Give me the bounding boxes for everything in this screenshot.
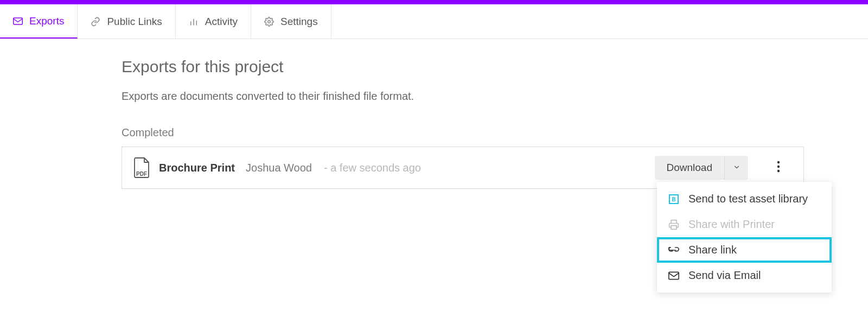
bars-icon (189, 17, 199, 27)
link-icon (91, 17, 100, 27)
svg-text:PDF: PDF (136, 171, 147, 177)
download-caret-button[interactable] (724, 156, 748, 180)
tab-exports[interactable]: Exports (0, 4, 78, 39)
export-file-name: Brochure Print (159, 162, 235, 174)
tab-label: Public Links (107, 16, 162, 28)
svg-point-7 (777, 166, 780, 168)
mail-icon (13, 17, 23, 25)
tab-settings[interactable]: Settings (251, 4, 331, 39)
svg-point-8 (777, 170, 780, 172)
printer-icon (668, 219, 680, 231)
svg-point-6 (777, 161, 780, 163)
svg-rect-11 (671, 225, 676, 229)
main-content: Exports for this project Exports are doc… (0, 39, 868, 189)
mail-icon (668, 270, 680, 282)
menu-send-via-email[interactable]: Send via Email (657, 263, 832, 288)
actions-dropdown: B Send to test asset library Share with … (657, 182, 832, 293)
link2-icon (668, 244, 680, 256)
tab-public-links[interactable]: Public Links (78, 4, 175, 39)
tab-activity[interactable]: Activity (176, 4, 251, 39)
page-subtitle: Exports are documents converted to their… (122, 90, 868, 103)
svg-text:B: B (672, 196, 676, 202)
export-row: PDF Brochure Print Joshua Wood - a few s… (122, 147, 804, 189)
menu-share-with-printer[interactable]: Share with Printer (657, 212, 832, 237)
download-button-group: Download (655, 156, 749, 180)
menu-item-label: Share link (688, 244, 737, 256)
menu-item-label: Send to test asset library (688, 193, 808, 205)
page-title: Exports for this project (122, 58, 868, 76)
svg-rect-12 (669, 272, 679, 279)
tabs-bar: Exports Public Links Activity Settings (0, 4, 868, 39)
kebab-icon (777, 161, 780, 175)
tab-label: Exports (29, 15, 64, 27)
menu-item-label: Send via Email (688, 269, 761, 282)
tab-label: Activity (205, 16, 238, 28)
gear-icon (264, 17, 274, 27)
chevron-down-icon (733, 163, 741, 173)
brand-top-bar (0, 0, 868, 4)
svg-rect-0 (14, 18, 23, 24)
menu-send-to-asset-library[interactable]: B Send to test asset library (657, 186, 832, 212)
download-button[interactable]: Download (655, 156, 725, 180)
section-label-completed: Completed (122, 126, 868, 139)
export-author: Joshua Wood (246, 162, 312, 174)
menu-item-label: Share with Printer (688, 218, 775, 231)
more-actions-button[interactable] (768, 161, 789, 175)
pdf-file-icon: PDF (132, 157, 151, 179)
export-timestamp: - a few seconds ago (324, 162, 421, 174)
brand-icon: B (668, 193, 680, 205)
menu-share-link[interactable]: Share link (657, 237, 832, 263)
svg-point-4 (268, 20, 271, 23)
tab-label: Settings (280, 16, 318, 28)
